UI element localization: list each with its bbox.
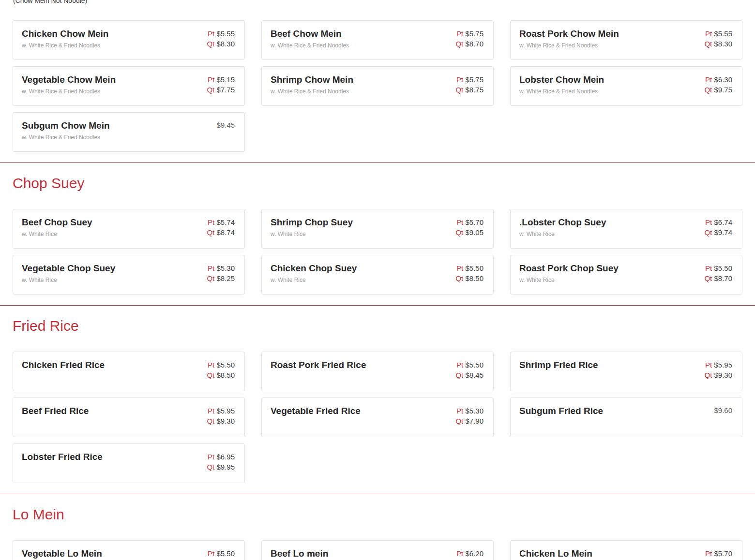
pint-price: Pt $5.30 (455, 406, 483, 416)
menu-item-description: w. White Rice & Fried Noodles (22, 134, 110, 141)
menu-item-prices: Pt $5.75 Qt $8.75 (455, 74, 483, 95)
menu-item-prices: Pt $5.30 Qt $8.25 (207, 263, 235, 283)
menu-item-info: Vegetable Fried Rice (271, 405, 361, 417)
menu-item-name: Beef Chop Suey (22, 217, 92, 228)
quart-price: Qt $8.50 (207, 370, 235, 380)
menu-item-card[interactable]: Subgum Fried Rice $9.60 (510, 398, 742, 437)
menu-item-info: Subgum Chow Mein w. White Rice & Fried N… (22, 120, 110, 141)
menu-item-info: Vegetable Chop Suey w. White Rice (22, 263, 115, 283)
single-price: $9.60 (714, 405, 732, 414)
menu-item-name: Beef Lo mein (271, 548, 328, 560)
quart-price: Qt $8.70 (704, 273, 732, 283)
menu-item-name: Chicken Fried Rice (22, 359, 105, 371)
quart-price: Qt $8.25 (207, 273, 235, 283)
quart-price: Qt $9.30 (207, 416, 235, 426)
menu-item-name: Roast Pork Chop Suey (519, 263, 619, 274)
menu-item-description: w. White Rice & Fried Noodles (519, 42, 619, 49)
menu-item-name: Shrimp Fried Rice (519, 359, 598, 371)
menu-item-card[interactable]: Beef Lo mein Pt $6.20 (261, 540, 494, 560)
pint-price: Pt $5.15 (207, 74, 235, 85)
menu-item-card[interactable]: Chicken Chop Suey w. White Rice Pt $5.50… (261, 255, 494, 295)
menu-item-card[interactable]: Vegetable Chop Suey w. White Rice Pt $5.… (13, 255, 245, 295)
menu-item-prices: Pt $5.95 Qt $9.30 (704, 359, 732, 380)
quart-price: Qt $8.45 (455, 370, 483, 380)
menu-item-card[interactable]: .Lobster Chop Suey w. White Rice Pt $6.7… (510, 209, 742, 249)
pint-price: Pt $5.50 (207, 360, 235, 370)
menu-item-info: Vegetable Chow Mein w. White Rice & Frie… (22, 74, 116, 95)
menu-item-description: w. White Rice (22, 277, 115, 283)
section-title-lo-mein: Lo Mein (13, 506, 755, 523)
menu-item-prices: Pt $5.75 Qt $8.70 (455, 28, 483, 49)
menu-item-card[interactable]: Beef Chow Mein w. White Rice & Fried Noo… (261, 20, 494, 60)
menu-item-card[interactable]: Shrimp Fried Rice Pt $5.95 Qt $9.30 (510, 352, 742, 391)
pint-price: Pt $6.74 (704, 217, 732, 227)
pint-price: Pt $5.30 (207, 263, 235, 273)
menu-item-prices: Pt $5.15 Qt $7.75 (207, 74, 235, 95)
menu-item-info: Vegetable Lo Mein (22, 548, 102, 560)
menu-item-name: Chicken Chow Mein (22, 28, 108, 40)
menu-item-card[interactable]: Subgum Chow Mein w. White Rice & Fried N… (13, 112, 245, 152)
menu-item-prices: Pt $6.95 Qt $9.95 (207, 451, 235, 472)
menu-item-card[interactable]: Beef Chop Suey w. White Rice Pt $5.74 Qt… (13, 209, 245, 249)
pint-price: Pt $6.20 (456, 548, 483, 559)
menu-item-name: Subgum Chow Mein (22, 120, 110, 132)
menu-item-info: Chicken Fried Rice (22, 359, 105, 371)
menu-item-info: Shrimp Chow Mein w. White Rice & Fried N… (271, 74, 353, 95)
menu-item-info: Roast Pork Fried Rice (271, 359, 366, 371)
section-divider (0, 494, 755, 494)
menu-item-card[interactable]: Vegetable Chow Mein w. White Rice & Frie… (13, 66, 245, 106)
pint-price: Pt $5.70 (705, 548, 732, 559)
section-title-chop-suey: Chop Suey (13, 175, 755, 192)
menu-item-description: w. White Rice & Fried Noodles (22, 42, 108, 49)
menu-item-card[interactable]: Lobster Chow Mein w. White Rice & Fried … (510, 66, 742, 106)
menu-item-card[interactable]: Vegetable Lo Mein Pt $5.50 (13, 540, 245, 560)
menu-item-name: Chicken Lo Mein (519, 548, 592, 560)
menu-item-prices: Pt $5.50 Qt $8.45 (455, 359, 483, 380)
menu-item-card[interactable]: Roast Pork Chop Suey w. White Rice Pt $5… (510, 255, 742, 295)
menu-item-name: Vegetable Lo Mein (22, 548, 102, 560)
menu-item-card[interactable]: Chicken Chow Mein w. White Rice & Fried … (13, 20, 245, 60)
menu-item-card[interactable]: Lobster Fried Rice Pt $6.95 Qt $9.95 (13, 443, 245, 483)
menu-item-card[interactable]: Shrimp Chow Mein w. White Rice & Fried N… (261, 66, 494, 106)
menu-grid-chow-mein: Chicken Chow Mein w. White Rice & Fried … (13, 20, 742, 152)
menu-item-info: Beef Lo mein (271, 548, 328, 560)
menu-item-prices: Pt $5.30 Qt $7.90 (455, 405, 483, 426)
menu-grid-chop-suey: Beef Chop Suey w. White Rice Pt $5.74 Qt… (13, 209, 742, 295)
quart-price: Qt $8.50 (455, 273, 483, 283)
quart-price: Qt $8.30 (207, 39, 235, 49)
menu-item-name: Beef Fried Rice (22, 405, 89, 417)
menu-item-prices: Pt $5.50 (208, 548, 235, 559)
quart-price: Qt $8.30 (704, 39, 732, 49)
menu-item-name: Vegetable Chop Suey (22, 263, 115, 274)
menu-item-card[interactable]: Roast Pork Chow Mein w. White Rice & Fri… (510, 20, 742, 60)
menu-item-info: Shrimp Fried Rice (519, 359, 598, 371)
quart-price: Qt $9.75 (704, 85, 732, 95)
quart-price: Qt $8.70 (455, 39, 483, 49)
menu-item-card[interactable]: Beef Fried Rice Pt $5.95 Qt $9.30 (13, 398, 245, 437)
menu-item-card[interactable]: Shrimp Chop Suey w. White Rice Pt $5.70 … (261, 209, 494, 249)
pint-price: Pt $5.95 (207, 406, 235, 416)
pint-price: Pt $5.95 (704, 360, 732, 370)
menu-item-info: Lobster Chow Mein w. White Rice & Fried … (519, 74, 604, 95)
menu-item-card[interactable]: Chicken Lo Mein Pt $5.70 (510, 540, 742, 560)
menu-item-name: Shrimp Chow Mein (271, 74, 353, 86)
menu-item-prices: Pt $6.74 Qt $9.74 (704, 217, 732, 237)
menu-item-info: Lobster Fried Rice (22, 451, 103, 463)
menu-item-card[interactable]: Roast Pork Fried Rice Pt $5.50 Qt $8.45 (261, 352, 494, 391)
menu-item-name: Roast Pork Chow Mein (519, 28, 619, 40)
menu-item-info: Chicken Chow Mein w. White Rice & Fried … (22, 28, 108, 49)
menu-item-info: Subgum Fried Rice (519, 405, 603, 417)
pint-price: Pt $5.50 (704, 263, 732, 273)
menu-item-prices: Pt $5.70 (705, 548, 732, 559)
menu-item-description: w. White Rice & Fried Noodles (271, 88, 353, 95)
menu-item-card[interactable]: Vegetable Fried Rice Pt $5.30 Qt $7.90 (261, 398, 494, 437)
menu-item-name: Vegetable Fried Rice (271, 405, 361, 417)
pint-price: Pt $5.55 (207, 29, 235, 39)
quart-price: Qt $9.30 (704, 370, 732, 380)
menu-item-card[interactable]: Chicken Fried Rice Pt $5.50 Qt $8.50 (13, 352, 245, 391)
menu-item-info: Beef Chow Mein w. White Rice & Fried Noo… (271, 28, 349, 49)
menu-grid-lo-mein: Vegetable Lo Mein Pt $5.50 Beef Lo mein … (13, 540, 742, 560)
menu-item-prices: Pt $6.20 (456, 548, 483, 559)
menu-item-info: Beef Chop Suey w. White Rice (22, 217, 92, 237)
menu-item-name: Beef Chow Mein (271, 28, 349, 40)
